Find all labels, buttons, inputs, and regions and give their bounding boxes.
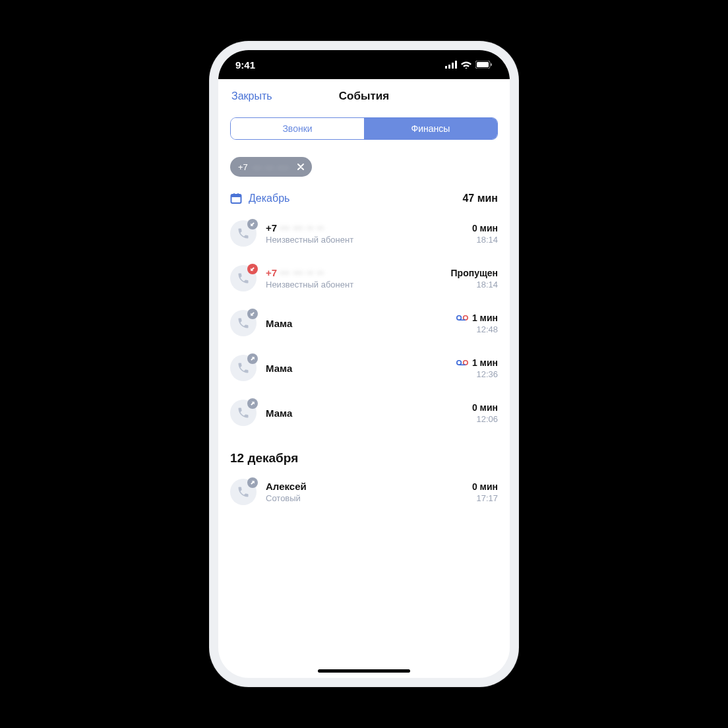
month-picker[interactable]: Декабрь (230, 193, 289, 204)
segmented-control: Звонки Финансы (230, 117, 498, 140)
signal-icon (445, 61, 457, 69)
svg-rect-8 (231, 195, 241, 197)
calendar-icon (230, 193, 242, 204)
outgoing-badge (247, 398, 258, 409)
svg-point-15 (464, 360, 468, 365)
filter-chip[interactable]: +7 ··· ··· ···· (230, 157, 312, 177)
month-total: 47 мин (462, 193, 498, 204)
call-duration: 0 мин (472, 481, 498, 492)
call-time: 18:14 (476, 235, 498, 245)
svg-point-12 (464, 315, 468, 320)
call-meta: 0 мин17:17 (472, 481, 498, 503)
wifi-icon (461, 61, 471, 69)
call-row[interactable]: +7 ··· ··· ·· ··Неизвестный абонент0 мин… (218, 211, 510, 256)
call-time: 18:14 (476, 280, 498, 289)
call-name: Мама (266, 363, 447, 374)
voicemail-icon (456, 359, 468, 367)
outgoing-badge (247, 477, 258, 488)
call-info: +7 ··· ··· ·· ··Неизвестный абонент (266, 267, 442, 289)
call-duration: 0 мин (472, 402, 498, 413)
call-icon (230, 355, 257, 381)
svg-rect-2 (452, 63, 454, 69)
svg-rect-10 (237, 193, 239, 196)
tab-calls[interactable]: Звонки (231, 118, 364, 139)
call-icon (230, 400, 257, 426)
call-name: Алексей (266, 481, 463, 492)
month-label: Декабрь (249, 193, 289, 204)
call-info: АлексейСотовый (266, 481, 463, 503)
close-button[interactable]: Закрыть (231, 90, 272, 102)
call-name: Мама (266, 408, 463, 419)
call-name: +7 ··· ··· ·· ·· (266, 222, 463, 233)
call-duration: Пропущен (451, 268, 498, 278)
call-subtitle: Неизвестный абонент (266, 235, 463, 245)
call-icon (230, 479, 257, 505)
call-info: Мама (266, 318, 447, 329)
filter-chip-prefix: +7 (238, 162, 248, 172)
call-duration: 1 мин (472, 357, 498, 368)
call-icon (230, 265, 257, 291)
page-title: События (339, 90, 389, 103)
tab-finance[interactable]: Финансы (364, 118, 497, 139)
svg-rect-3 (455, 61, 457, 69)
phone-screen: 9:41 Закрыть События Звонки Финансы +7 ·… (218, 50, 510, 678)
call-row[interactable]: Мама1 мин12:48 (218, 301, 510, 346)
call-subtitle: Сотовый (266, 493, 463, 503)
outgoing-badge (247, 353, 258, 364)
call-name: Мама (266, 318, 447, 329)
call-time: 17:17 (476, 493, 498, 503)
svg-rect-5 (477, 62, 489, 67)
call-meta: Пропущен18:14 (451, 268, 498, 289)
call-info: Мама (266, 363, 447, 374)
call-row[interactable]: Мама1 мин12:36 (218, 346, 510, 390)
call-duration: 1 мин (472, 313, 498, 323)
call-meta: 1 мин12:48 (456, 313, 498, 334)
missed-badge (247, 264, 258, 274)
call-icon (230, 220, 257, 247)
call-row[interactable]: Мама0 мин12:06 (218, 390, 510, 435)
filter-chip-number: ··· ··· ···· (253, 162, 289, 172)
svg-rect-6 (491, 63, 492, 66)
svg-point-14 (457, 360, 462, 365)
call-meta: 0 мин12:06 (472, 402, 498, 424)
call-row[interactable]: +7 ··· ··· ·· ··Неизвестный абонентПропу… (218, 256, 510, 301)
call-info: +7 ··· ··· ·· ··Неизвестный абонент (266, 222, 463, 245)
call-subtitle: Неизвестный абонент (266, 280, 442, 289)
call-icon (230, 310, 257, 336)
call-time: 12:06 (476, 414, 498, 424)
call-info: Мама (266, 408, 463, 419)
incoming-badge (247, 219, 258, 229)
call-meta: 1 мин12:36 (456, 357, 498, 379)
section-header: 12 декабря (218, 435, 510, 470)
close-icon[interactable] (295, 161, 307, 173)
month-summary: Декабрь 47 мин (230, 193, 498, 204)
call-duration: 0 мин (472, 223, 498, 233)
call-row[interactable]: АлексейСотовый0 мин17:17 (218, 470, 510, 514)
battery-icon (475, 61, 493, 69)
notch (295, 50, 433, 70)
status-time: 9:41 (235, 59, 255, 71)
call-name: +7 ··· ··· ·· ·· (266, 267, 442, 278)
svg-rect-0 (445, 66, 447, 69)
phone-frame: 9:41 Закрыть События Звонки Финансы +7 ·… (209, 41, 519, 687)
nav-bar: Закрыть События (218, 79, 510, 113)
svg-point-11 (457, 315, 462, 320)
svg-rect-1 (448, 65, 450, 69)
voicemail-icon (456, 314, 468, 322)
call-time: 12:36 (476, 369, 498, 379)
home-indicator (318, 669, 410, 673)
svg-rect-9 (233, 193, 235, 196)
call-time: 12:48 (476, 324, 498, 334)
call-list: +7 ··· ··· ·· ··Неизвестный абонент0 мин… (218, 211, 510, 678)
status-icons (445, 61, 493, 69)
incoming-badge (247, 309, 258, 319)
call-meta: 0 мин18:14 (472, 223, 498, 245)
